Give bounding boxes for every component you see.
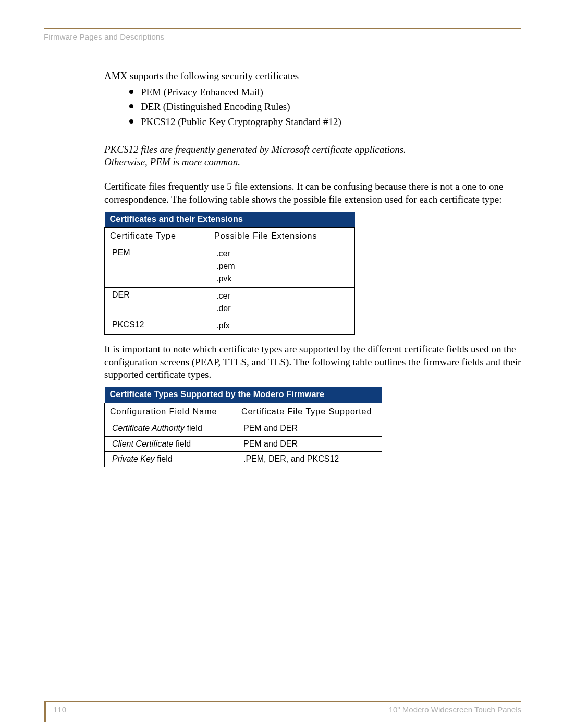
intro-text: AMX supports the following security cert…	[104, 70, 521, 83]
paragraph: It is important to note which certificat…	[104, 343, 521, 381]
table-title: Certificate Types Supported by the Moder…	[105, 387, 382, 403]
note-line: Otherwise, PEM is more common.	[104, 156, 521, 169]
field-name-rest: field	[173, 439, 191, 448]
table-row: DER .cer .der	[105, 288, 355, 317]
ext-value: .cer	[216, 290, 349, 302]
column-header: Possible File Extensions	[209, 228, 355, 245]
table-title: Certificates and their Extensions	[105, 212, 355, 228]
field-name-italic: Client Certificate	[112, 439, 173, 448]
page-number: 110	[53, 705, 66, 714]
supported-cell: .PEM, DER, and PKCS12	[236, 452, 382, 467]
header-rule	[44, 28, 521, 29]
cert-ext-cell: .pfx	[209, 317, 355, 335]
note-block: PKCS12 files are frequently generated by…	[104, 143, 521, 169]
cert-type-cell: PEM	[105, 245, 209, 288]
certificate-types-supported-table: Certificate Types Supported by the Moder…	[104, 387, 382, 467]
ext-value: .pfx	[216, 319, 349, 332]
config-field-cell: Certificate Authority field	[105, 421, 236, 436]
list-item: DER (Distinguished Encoding Rules)	[129, 101, 521, 114]
note-line: PKCS12 files are frequently generated by…	[104, 143, 521, 156]
bullet-text: PEM (Privacy Enhanced Mail)	[141, 87, 263, 97]
cert-type-cell: PKCS12	[105, 317, 209, 335]
page-content: AMX supports the following security cert…	[104, 41, 521, 467]
cert-type-cell: DER	[105, 288, 209, 317]
bullet-text: PKCS12 (Public Key Cryptography Standard…	[141, 116, 341, 127]
footer-rule	[44, 701, 521, 702]
ext-value: .der	[216, 302, 349, 315]
cert-ext-cell: .cer .der	[209, 288, 355, 317]
table-row: Certificate Authority field PEM and DER	[105, 421, 382, 436]
footer-doc-title: 10" Modero Widescreen Touch Panels	[389, 705, 521, 714]
list-item: PKCS12 (Public Key Cryptography Standard…	[129, 116, 521, 129]
certificates-extensions-table: Certificates and their Extensions Certif…	[104, 212, 355, 335]
config-field-cell: Private Key field	[105, 452, 236, 467]
certificate-bullet-list: PEM (Privacy Enhanced Mail) DER (Disting…	[129, 86, 521, 129]
page-footer: 110 10" Modero Widescreen Touch Panels	[44, 701, 521, 704]
table-row: PKCS12 .pfx	[105, 317, 355, 335]
supported-cell: PEM and DER	[236, 436, 382, 452]
table-row: PEM .cer .pem .pvk	[105, 245, 355, 288]
ext-value: .pem	[216, 260, 349, 273]
paragraph: Certificate files frequently use 5 file …	[104, 180, 521, 206]
config-field-cell: Client Certificate field	[105, 436, 236, 452]
section-header: Firmware Pages and Descriptions	[44, 32, 521, 41]
ext-value: .pvk	[216, 273, 349, 285]
table-row: Client Certificate field PEM and DER	[105, 436, 382, 452]
bullet-text: DER (Distinguished Encoding Rules)	[141, 101, 290, 112]
supported-cell: PEM and DER	[236, 421, 382, 436]
cert-ext-cell: .cer .pem .pvk	[209, 245, 355, 288]
footer-accent-bar	[44, 701, 46, 722]
ext-value: .cer	[216, 248, 349, 260]
table-row: Private Key field .PEM, DER, and PKCS12	[105, 452, 382, 467]
field-name-rest: field	[185, 424, 202, 433]
column-header: Certificate Type	[105, 228, 209, 245]
field-name-italic: Certificate Authority	[112, 424, 185, 433]
column-header: Configuration Field Name	[105, 403, 236, 421]
field-name-rest: field	[155, 454, 173, 463]
column-header: Certificate File Type Supported	[236, 403, 382, 421]
field-name-italic: Private Key	[112, 454, 155, 463]
list-item: PEM (Privacy Enhanced Mail)	[129, 86, 521, 99]
document-page: Firmware Pages and Descriptions AMX supp…	[0, 0, 563, 728]
